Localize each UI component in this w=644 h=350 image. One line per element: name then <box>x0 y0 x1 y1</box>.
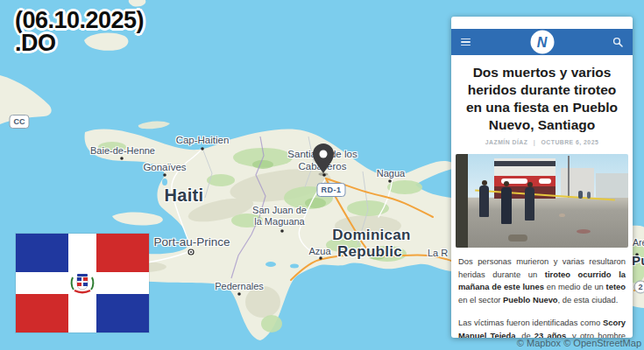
map-label-nagua: Nagua <box>377 168 405 178</box>
map-label-line: la Maguana <box>252 216 307 228</box>
map-label-puerto-rico-partial: Pue <box>632 253 644 268</box>
search-icon[interactable] <box>612 37 623 47</box>
article-headline: Dos muertos y varios heridos durante tir… <box>451 55 633 136</box>
flag-quarter-red <box>16 294 68 332</box>
byline-date: OCTUBRE 6, 2025 <box>541 139 599 145</box>
article-paragraph: Dos personas murieron y varias resultaro… <box>458 256 626 306</box>
flag-quarter-blue <box>16 234 68 272</box>
road-shield-2: 2 <box>634 281 644 294</box>
police-figure <box>501 187 512 224</box>
article-photo <box>456 154 628 248</box>
map-label-dominican: Dominican <box>332 227 411 244</box>
title-overlay: (06.10.2025) .DO <box>15 9 144 54</box>
road-shield-cc: CC <box>10 115 30 129</box>
map-label-arecibo-partial: Arec <box>633 237 644 248</box>
byline-author: JAZMÍN DÍAZ <box>485 139 528 145</box>
map-label-san-juan-de-la-maguana: San Juan de la Maguana <box>252 205 307 228</box>
dominican-republic-flag <box>16 234 149 332</box>
police-figure <box>525 187 534 220</box>
map-pin-icon[interactable] <box>309 144 337 177</box>
flag-quarter-red <box>96 234 149 272</box>
map-label-cap-haitien: Cap-Haitien <box>176 135 230 145</box>
menu-icon[interactable] <box>461 38 471 46</box>
map-label-line: San Juan de <box>252 205 307 216</box>
article-paragraph: Las víctimas fueron identificadas como S… <box>458 317 626 338</box>
map-label-republic: Republic <box>337 243 402 261</box>
coat-of-arms-icon <box>69 272 96 295</box>
map-label-port-au-prince: Port-au-Prince <box>153 235 230 248</box>
article-body: Dos personas murieron y varias resultaro… <box>451 248 633 338</box>
police-figure <box>479 186 489 217</box>
article-byline: JAZMÍN DÍAZ | OCTUBRE 6, 2025 <box>451 136 633 151</box>
map-label-baie-de-henne: Baie-de-Henne <box>90 145 155 156</box>
date-label: (06.10.2025) <box>15 9 144 32</box>
byline-separator: | <box>534 139 535 145</box>
map-attribution[interactable]: © Mapbox © OpenStreetMap <box>517 338 641 348</box>
map-label-pedernales: Pedernales <box>215 281 264 291</box>
screenshot-root: Baie-de-Henne Cap-Haitien Gonaïves Haiti… <box>0 0 644 350</box>
news-article-card: N Dos muertos y varios heridos durante t… <box>451 17 633 338</box>
flag-quarter-blue <box>96 294 149 332</box>
map-label-la-r-partial: La R <box>428 248 448 258</box>
article-navbar: N <box>451 29 633 55</box>
map-label-azua: Azua <box>308 246 330 256</box>
map-label-haiti: Haiti <box>165 186 204 206</box>
map-label-gonaives: Gonaïves <box>143 162 186 172</box>
n-digital-logo-icon[interactable]: N <box>530 31 554 54</box>
road-shield-rd1: RD-1 <box>316 183 345 197</box>
tld-label: .DO <box>15 32 144 54</box>
